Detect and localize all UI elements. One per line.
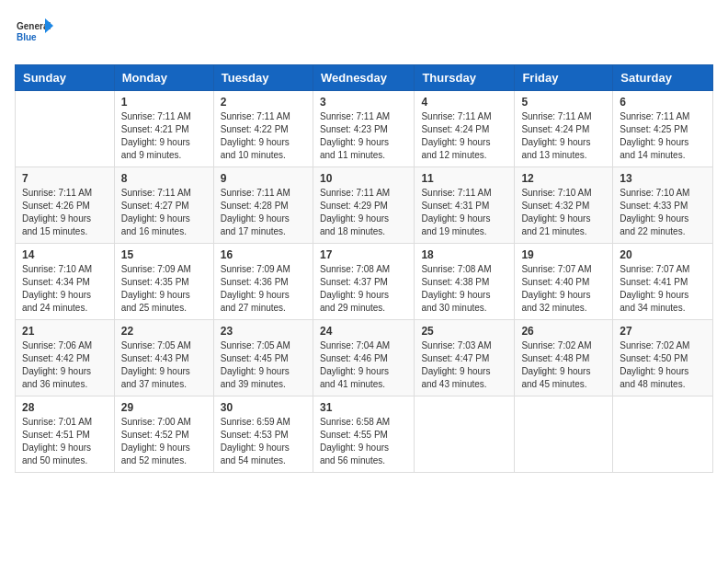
calendar-day-13: 13Sunrise: 7:10 AM Sunset: 4:33 PM Dayli… xyxy=(613,167,713,244)
weekday-header-row: SundayMondayTuesdayWednesdayThursdayFrid… xyxy=(16,65,713,91)
day-number: 7 xyxy=(22,172,108,185)
calendar-day-7: 7Sunrise: 7:11 AM Sunset: 4:26 PM Daylig… xyxy=(16,167,115,244)
day-detail: Sunrise: 7:06 AM Sunset: 4:42 PM Dayligh… xyxy=(22,339,108,391)
empty-cell xyxy=(415,396,515,473)
day-detail: Sunrise: 7:10 AM Sunset: 4:34 PM Dayligh… xyxy=(22,263,108,315)
day-number: 5 xyxy=(521,96,606,109)
calendar-day-4: 4Sunrise: 7:11 AM Sunset: 4:24 PM Daylig… xyxy=(415,91,515,167)
weekday-header-wednesday: Wednesday xyxy=(313,65,414,91)
day-number: 3 xyxy=(320,96,407,109)
calendar-week-row: 21Sunrise: 7:06 AM Sunset: 4:42 PM Dayli… xyxy=(16,320,713,396)
calendar-day-22: 22Sunrise: 7:05 AM Sunset: 4:43 PM Dayli… xyxy=(114,320,213,396)
generalblue-logo-icon: General Blue xyxy=(15,15,53,53)
day-number: 15 xyxy=(121,248,207,261)
day-detail: Sunrise: 7:02 AM Sunset: 4:50 PM Dayligh… xyxy=(620,339,706,391)
day-detail: Sunrise: 7:01 AM Sunset: 4:51 PM Dayligh… xyxy=(22,416,108,467)
day-number: 29 xyxy=(121,401,207,414)
calendar-day-17: 17Sunrise: 7:08 AM Sunset: 4:37 PM Dayli… xyxy=(313,244,414,320)
day-number: 28 xyxy=(22,401,108,414)
day-number: 26 xyxy=(521,325,606,338)
weekday-header-tuesday: Tuesday xyxy=(213,65,313,91)
day-detail: Sunrise: 7:11 AM Sunset: 4:23 PM Dayligh… xyxy=(320,110,407,162)
day-number: 9 xyxy=(221,172,306,185)
day-number: 18 xyxy=(421,248,507,261)
calendar-day-2: 2Sunrise: 7:11 AM Sunset: 4:22 PM Daylig… xyxy=(213,91,313,167)
calendar-day-24: 24Sunrise: 7:04 AM Sunset: 4:46 PM Dayli… xyxy=(313,320,414,396)
calendar-day-20: 20Sunrise: 7:07 AM Sunset: 4:41 PM Dayli… xyxy=(613,244,713,320)
day-number: 1 xyxy=(121,96,207,109)
calendar-day-18: 18Sunrise: 7:08 AM Sunset: 4:38 PM Dayli… xyxy=(415,244,515,320)
calendar-day-28: 28Sunrise: 7:01 AM Sunset: 4:51 PM Dayli… xyxy=(16,396,115,473)
calendar-day-21: 21Sunrise: 7:06 AM Sunset: 4:42 PM Dayli… xyxy=(16,320,115,396)
day-detail: Sunrise: 7:11 AM Sunset: 4:27 PM Dayligh… xyxy=(121,187,207,238)
empty-cell xyxy=(613,396,713,473)
day-detail: Sunrise: 7:11 AM Sunset: 4:24 PM Dayligh… xyxy=(421,110,507,162)
day-number: 30 xyxy=(221,401,306,414)
day-detail: Sunrise: 7:00 AM Sunset: 4:52 PM Dayligh… xyxy=(121,416,207,467)
day-number: 12 xyxy=(521,172,606,185)
day-detail: Sunrise: 6:58 AM Sunset: 4:55 PM Dayligh… xyxy=(320,416,407,467)
calendar-week-row: 28Sunrise: 7:01 AM Sunset: 4:51 PM Dayli… xyxy=(16,396,713,473)
calendar-day-27: 27Sunrise: 7:02 AM Sunset: 4:50 PM Dayli… xyxy=(613,320,713,396)
day-number: 17 xyxy=(320,248,407,261)
day-number: 16 xyxy=(221,248,306,261)
day-detail: Sunrise: 7:11 AM Sunset: 4:21 PM Dayligh… xyxy=(121,110,207,162)
calendar-day-30: 30Sunrise: 6:59 AM Sunset: 4:53 PM Dayli… xyxy=(213,396,313,473)
header: General Blue xyxy=(15,15,713,53)
day-detail: Sunrise: 7:11 AM Sunset: 4:29 PM Dayligh… xyxy=(320,187,407,238)
day-number: 27 xyxy=(620,325,706,338)
day-number: 22 xyxy=(121,325,207,338)
calendar-day-15: 15Sunrise: 7:09 AM Sunset: 4:35 PM Dayli… xyxy=(114,244,213,320)
calendar-day-8: 8Sunrise: 7:11 AM Sunset: 4:27 PM Daylig… xyxy=(114,167,213,244)
day-number: 23 xyxy=(221,325,306,338)
day-number: 21 xyxy=(22,325,108,338)
day-number: 11 xyxy=(421,172,507,185)
day-detail: Sunrise: 7:11 AM Sunset: 4:24 PM Dayligh… xyxy=(521,110,606,162)
day-detail: Sunrise: 7:05 AM Sunset: 4:43 PM Dayligh… xyxy=(121,339,207,391)
calendar-day-26: 26Sunrise: 7:02 AM Sunset: 4:48 PM Dayli… xyxy=(515,320,613,396)
day-number: 4 xyxy=(421,96,507,109)
day-detail: Sunrise: 7:08 AM Sunset: 4:38 PM Dayligh… xyxy=(421,263,507,315)
calendar-day-14: 14Sunrise: 7:10 AM Sunset: 4:34 PM Dayli… xyxy=(16,244,115,320)
day-detail: Sunrise: 7:11 AM Sunset: 4:31 PM Dayligh… xyxy=(421,187,507,238)
day-detail: Sunrise: 7:09 AM Sunset: 4:36 PM Dayligh… xyxy=(221,263,306,315)
day-detail: Sunrise: 6:59 AM Sunset: 4:53 PM Dayligh… xyxy=(221,416,306,467)
weekday-header-monday: Monday xyxy=(114,65,213,91)
day-detail: Sunrise: 7:11 AM Sunset: 4:26 PM Dayligh… xyxy=(22,187,108,238)
calendar-day-6: 6Sunrise: 7:11 AM Sunset: 4:25 PM Daylig… xyxy=(613,91,713,167)
calendar-week-row: 14Sunrise: 7:10 AM Sunset: 4:34 PM Dayli… xyxy=(16,244,713,320)
calendar-day-25: 25Sunrise: 7:03 AM Sunset: 4:47 PM Dayli… xyxy=(415,320,515,396)
day-detail: Sunrise: 7:07 AM Sunset: 4:40 PM Dayligh… xyxy=(521,263,606,315)
calendar-day-9: 9Sunrise: 7:11 AM Sunset: 4:28 PM Daylig… xyxy=(213,167,313,244)
day-detail: Sunrise: 7:11 AM Sunset: 4:25 PM Dayligh… xyxy=(620,110,706,162)
calendar-day-10: 10Sunrise: 7:11 AM Sunset: 4:29 PM Dayli… xyxy=(313,167,414,244)
calendar-table: SundayMondayTuesdayWednesdayThursdayFrid… xyxy=(15,64,713,473)
empty-cell xyxy=(16,91,115,167)
calendar-day-12: 12Sunrise: 7:10 AM Sunset: 4:32 PM Dayli… xyxy=(515,167,613,244)
calendar-day-1: 1Sunrise: 7:11 AM Sunset: 4:21 PM Daylig… xyxy=(114,91,213,167)
calendar-day-19: 19Sunrise: 7:07 AM Sunset: 4:40 PM Dayli… xyxy=(515,244,613,320)
calendar-day-5: 5Sunrise: 7:11 AM Sunset: 4:24 PM Daylig… xyxy=(515,91,613,167)
weekday-header-sunday: Sunday xyxy=(16,65,115,91)
calendar-day-11: 11Sunrise: 7:11 AM Sunset: 4:31 PM Dayli… xyxy=(415,167,515,244)
day-number: 8 xyxy=(121,172,207,185)
day-number: 10 xyxy=(320,172,407,185)
day-number: 14 xyxy=(22,248,108,261)
day-number: 13 xyxy=(620,172,706,185)
day-number: 6 xyxy=(620,96,706,109)
svg-text:Blue: Blue xyxy=(17,32,37,42)
day-detail: Sunrise: 7:05 AM Sunset: 4:45 PM Dayligh… xyxy=(221,339,306,391)
weekday-header-thursday: Thursday xyxy=(415,65,515,91)
day-number: 19 xyxy=(521,248,606,261)
calendar-day-23: 23Sunrise: 7:05 AM Sunset: 4:45 PM Dayli… xyxy=(213,320,313,396)
day-detail: Sunrise: 7:09 AM Sunset: 4:35 PM Dayligh… xyxy=(121,263,207,315)
day-detail: Sunrise: 7:03 AM Sunset: 4:47 PM Dayligh… xyxy=(421,339,507,391)
calendar-day-29: 29Sunrise: 7:00 AM Sunset: 4:52 PM Dayli… xyxy=(114,396,213,473)
day-number: 20 xyxy=(620,248,706,261)
day-number: 31 xyxy=(320,401,407,414)
weekday-header-friday: Friday xyxy=(515,65,613,91)
logo: General Blue xyxy=(15,15,53,53)
day-detail: Sunrise: 7:08 AM Sunset: 4:37 PM Dayligh… xyxy=(320,263,407,315)
day-number: 25 xyxy=(421,325,507,338)
day-number: 24 xyxy=(320,325,407,338)
